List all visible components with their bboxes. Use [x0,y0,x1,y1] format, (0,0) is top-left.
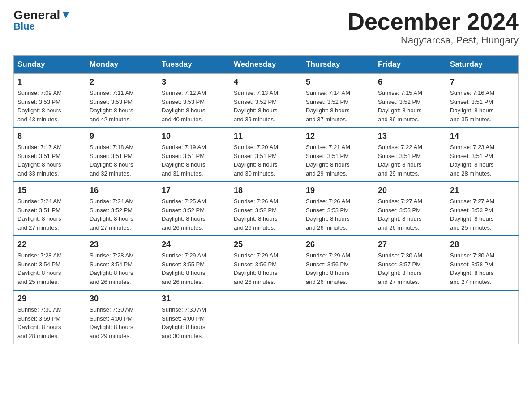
calendar-day-cell: 16 Sunrise: 7:24 AMSunset: 3:52 PMDaylig… [86,182,158,236]
day-info: Sunrise: 7:30 AMSunset: 3:58 PMDaylight:… [450,252,494,285]
calendar-day-header: Wednesday [230,56,302,74]
calendar-day-cell: 6 Sunrise: 7:15 AMSunset: 3:52 PMDayligh… [374,74,446,128]
calendar-week-row: 22 Sunrise: 7:28 AMSunset: 3:54 PMDaylig… [14,236,519,290]
day-number: 31 [162,294,226,304]
day-number: 4 [234,77,298,87]
calendar-day-cell: 30 Sunrise: 7:30 AMSunset: 4:00 PMDaylig… [86,290,158,344]
logo-blue-text: Blue [13,21,35,31]
calendar-title: December 2024 [348,9,519,34]
calendar-day-cell: 29 Sunrise: 7:30 AMSunset: 3:59 PMDaylig… [14,290,86,344]
calendar-day-cell: 13 Sunrise: 7:22 AMSunset: 3:51 PMDaylig… [374,128,446,182]
day-number: 5 [306,77,370,87]
calendar-day-cell: 31 Sunrise: 7:30 AMSunset: 4:00 PMDaylig… [158,290,230,344]
calendar-day-cell [446,290,519,344]
calendar-day-cell [374,290,446,344]
day-number: 29 [17,294,82,304]
calendar-day-cell: 8 Sunrise: 7:17 AMSunset: 3:51 PMDayligh… [14,128,86,182]
calendar-day-header: Thursday [302,56,374,74]
day-number: 18 [234,186,298,195]
day-number: 8 [17,132,82,141]
calendar-day-cell: 20 Sunrise: 7:27 AMSunset: 3:53 PMDaylig… [374,182,446,236]
calendar-day-cell: 1 Sunrise: 7:09 AMSunset: 3:53 PMDayligh… [14,74,86,128]
calendar-day-cell: 21 Sunrise: 7:27 AMSunset: 3:53 PMDaylig… [446,182,519,236]
svg-marker-0 [63,12,69,18]
day-info: Sunrise: 7:23 AMSunset: 3:51 PMDaylight:… [450,144,494,177]
calendar-day-cell: 4 Sunrise: 7:13 AMSunset: 3:52 PMDayligh… [230,74,302,128]
logo-triangle-icon [61,10,71,20]
day-info: Sunrise: 7:21 AMSunset: 3:51 PMDaylight:… [306,144,350,177]
calendar-day-cell: 14 Sunrise: 7:23 AMSunset: 3:51 PMDaylig… [446,128,519,182]
day-number: 11 [234,132,298,141]
day-info: Sunrise: 7:18 AMSunset: 3:51 PMDaylight:… [90,144,134,177]
logo-general-text: General [13,9,60,21]
day-number: 23 [90,240,154,249]
day-number: 16 [90,186,154,195]
day-info: Sunrise: 7:24 AMSunset: 3:52 PMDaylight:… [90,198,134,231]
day-info: Sunrise: 7:12 AMSunset: 3:53 PMDaylight:… [162,90,206,123]
day-number: 9 [90,132,154,141]
day-info: Sunrise: 7:14 AMSunset: 3:52 PMDaylight:… [306,90,350,123]
day-info: Sunrise: 7:25 AMSunset: 3:52 PMDaylight:… [162,198,206,231]
calendar-day-cell: 24 Sunrise: 7:29 AMSunset: 3:55 PMDaylig… [158,236,230,290]
calendar-day-cell: 23 Sunrise: 7:28 AMSunset: 3:54 PMDaylig… [86,236,158,290]
calendar-day-cell [302,290,374,344]
title-block: December 2024 Nagytarcsa, Pest, Hungary [348,9,519,46]
calendar-day-cell: 17 Sunrise: 7:25 AMSunset: 3:52 PMDaylig… [158,182,230,236]
day-number: 24 [162,240,226,249]
day-info: Sunrise: 7:27 AMSunset: 3:53 PMDaylight:… [450,198,494,231]
day-number: 20 [378,186,442,195]
day-info: Sunrise: 7:29 AMSunset: 3:55 PMDaylight:… [162,252,206,285]
calendar-day-cell: 18 Sunrise: 7:26 AMSunset: 3:52 PMDaylig… [230,182,302,236]
day-info: Sunrise: 7:19 AMSunset: 3:51 PMDaylight:… [162,144,206,177]
calendar-week-row: 29 Sunrise: 7:30 AMSunset: 3:59 PMDaylig… [14,290,519,344]
day-number: 2 [90,77,154,87]
day-number: 25 [234,240,298,249]
day-number: 10 [162,132,226,141]
day-info: Sunrise: 7:28 AMSunset: 3:54 PMDaylight:… [17,252,62,285]
day-info: Sunrise: 7:30 AMSunset: 4:00 PMDaylight:… [90,306,134,339]
day-number: 30 [90,294,154,304]
day-info: Sunrise: 7:09 AMSunset: 3:53 PMDaylight:… [17,90,62,123]
day-number: 7 [450,77,515,87]
day-number: 17 [162,186,226,195]
calendar-day-cell: 12 Sunrise: 7:21 AMSunset: 3:51 PMDaylig… [302,128,374,182]
day-info: Sunrise: 7:28 AMSunset: 3:54 PMDaylight:… [90,252,134,285]
calendar-day-header: Tuesday [158,56,230,74]
day-number: 28 [450,240,515,249]
day-number: 6 [378,77,442,87]
day-info: Sunrise: 7:11 AMSunset: 3:53 PMDaylight:… [90,90,134,123]
calendar-header-row: SundayMondayTuesdayWednesdayThursdayFrid… [14,56,519,74]
calendar-week-row: 8 Sunrise: 7:17 AMSunset: 3:51 PMDayligh… [14,128,519,182]
day-info: Sunrise: 7:30 AMSunset: 3:57 PMDaylight:… [378,252,422,285]
calendar-day-header: Friday [374,56,446,74]
calendar-week-row: 1 Sunrise: 7:09 AMSunset: 3:53 PMDayligh… [14,74,519,128]
day-info: Sunrise: 7:30 AMSunset: 3:59 PMDaylight:… [17,306,62,339]
day-number: 14 [450,132,515,141]
day-info: Sunrise: 7:29 AMSunset: 3:56 PMDaylight:… [234,252,278,285]
day-info: Sunrise: 7:26 AMSunset: 3:52 PMDaylight:… [234,198,278,231]
calendar-day-cell: 10 Sunrise: 7:19 AMSunset: 3:51 PMDaylig… [158,128,230,182]
day-number: 13 [378,132,442,141]
day-info: Sunrise: 7:26 AMSunset: 3:53 PMDaylight:… [306,198,350,231]
calendar-day-cell: 5 Sunrise: 7:14 AMSunset: 3:52 PMDayligh… [302,74,374,128]
day-info: Sunrise: 7:22 AMSunset: 3:51 PMDaylight:… [378,144,422,177]
calendar-subtitle: Nagytarcsa, Pest, Hungary [348,34,519,46]
calendar-day-cell: 22 Sunrise: 7:28 AMSunset: 3:54 PMDaylig… [14,236,86,290]
day-info: Sunrise: 7:17 AMSunset: 3:51 PMDaylight:… [17,144,62,177]
day-info: Sunrise: 7:30 AMSunset: 4:00 PMDaylight:… [162,306,206,339]
day-info: Sunrise: 7:20 AMSunset: 3:51 PMDaylight:… [234,144,278,177]
calendar-day-cell: 11 Sunrise: 7:20 AMSunset: 3:51 PMDaylig… [230,128,302,182]
day-number: 15 [17,186,82,195]
calendar-day-header: Sunday [14,56,86,74]
calendar-day-cell: 15 Sunrise: 7:24 AMSunset: 3:51 PMDaylig… [14,182,86,236]
day-info: Sunrise: 7:15 AMSunset: 3:52 PMDaylight:… [378,90,422,123]
calendar-week-row: 15 Sunrise: 7:24 AMSunset: 3:51 PMDaylig… [14,182,519,236]
calendar-day-header: Monday [86,56,158,74]
calendar-day-cell: 7 Sunrise: 7:16 AMSunset: 3:51 PMDayligh… [446,74,519,128]
logo: General Blue [13,9,71,31]
calendar-day-cell: 26 Sunrise: 7:29 AMSunset: 3:56 PMDaylig… [302,236,374,290]
calendar-day-header: Saturday [446,56,519,74]
day-info: Sunrise: 7:16 AMSunset: 3:51 PMDaylight:… [450,90,494,123]
day-number: 21 [450,186,515,195]
calendar-day-cell: 25 Sunrise: 7:29 AMSunset: 3:56 PMDaylig… [230,236,302,290]
